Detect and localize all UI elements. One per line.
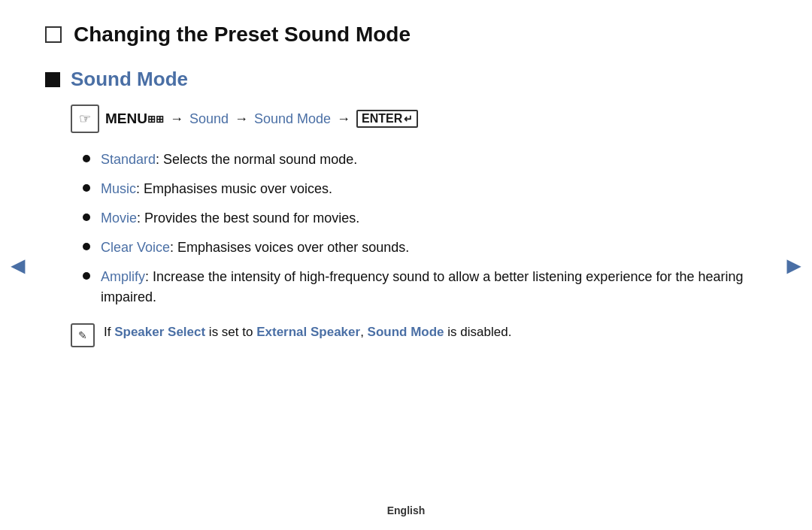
enter-icon: ENTER↵ (356, 110, 418, 128)
list-item-3-text: Movie: Provides the best sound for movie… (101, 208, 359, 229)
menu-icon: ☞ (71, 104, 99, 133)
sound-mode-link: Sound Mode (254, 111, 331, 127)
list-item: Standard: Selects the normal sound mode. (83, 150, 752, 170)
clear-voice-label: Clear Voice (101, 240, 170, 255)
amplify-label: Amplify (101, 269, 145, 284)
main-title-text: Changing the Preset Sound Mode (74, 23, 411, 47)
bullet-dot-1 (83, 155, 90, 162)
bullet-list: Standard: Selects the normal sound mode.… (83, 150, 752, 307)
bullet-dot-4 (83, 243, 90, 250)
bullet-dot-3 (83, 214, 90, 221)
note-comma: , (360, 325, 367, 339)
bullet-dot-2 (83, 184, 90, 192)
sound-link: Sound (189, 111, 229, 127)
main-title-section: Changing the Preset Sound Mode (45, 23, 752, 47)
list-item: Clear Voice: Emphasises voices over othe… (83, 238, 752, 258)
note-middle: is set to (205, 325, 256, 339)
standard-label: Standard (101, 152, 156, 167)
list-item: Movie: Provides the best sound for movie… (83, 208, 752, 229)
section-heading: Sound Mode (45, 68, 752, 91)
clear-voice-text: : Emphasises voices over other sounds. (170, 240, 409, 255)
menu-path: ☞ MENU⊞⊞ → Sound → Sound Mode → ENTER↵ (71, 104, 752, 133)
list-item-4-text: Clear Voice: Emphasises voices over othe… (101, 238, 409, 258)
list-item-2-text: Music: Emphasises music over voices. (101, 179, 332, 199)
pencil-symbol: ✎ (78, 328, 87, 344)
speaker-select-label: Speaker Select (114, 325, 205, 339)
note-sound-mode-label: Sound Mode (368, 325, 444, 339)
music-label: Music (101, 181, 136, 196)
arrow-2: → (235, 111, 248, 127)
section-title: Sound Mode (71, 68, 188, 91)
standard-text: : Selects the normal sound mode. (156, 152, 357, 167)
note-suffix: is disabled. (444, 325, 512, 339)
checkbox-icon (45, 26, 62, 43)
music-text: : Emphasises music over voices. (136, 181, 332, 196)
list-item: Music: Emphasises music over voices. (83, 179, 752, 199)
finger-symbol: ☞ (79, 111, 91, 127)
enter-arrow-icon: ↵ (404, 113, 413, 125)
arrow-1: → (170, 111, 183, 127)
movie-text: : Provides the best sound for movies. (137, 210, 359, 226)
list-item-1-text: Standard: Selects the normal sound mode. (101, 150, 357, 170)
movie-label: Movie (101, 210, 137, 226)
bullet-dot-5 (83, 272, 90, 280)
note-prefix: If (104, 325, 114, 339)
note-text: If Speaker Select is set to External Spe… (104, 323, 511, 342)
footer-text: English (387, 504, 426, 516)
enter-label: ENTER (362, 112, 402, 126)
list-item: Amplify: Increase the intensity of high-… (83, 267, 752, 307)
arrow-3: → (337, 111, 350, 127)
page-container: Changing the Preset Sound Mode Sound Mod… (0, 0, 812, 370)
black-square-icon (45, 72, 60, 87)
amplify-text: : Increase the intensity of high-frequen… (101, 269, 744, 304)
external-speaker-label: External Speaker (256, 325, 360, 339)
list-item-5-text: Amplify: Increase the intensity of high-… (101, 267, 752, 307)
menu-label: MENU⊞⊞ (105, 111, 164, 127)
footer: English (387, 504, 426, 516)
note-icon: ✎ (71, 323, 95, 347)
note-line: ✎ If Speaker Select is set to External S… (71, 323, 752, 347)
